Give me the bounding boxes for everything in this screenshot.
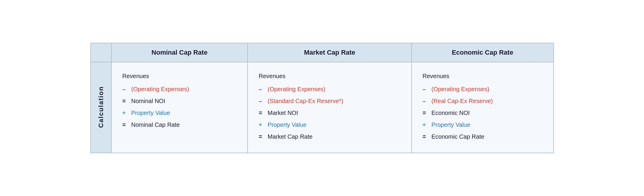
col2-op2: – <box>259 96 267 106</box>
col2-line3: = Market NOI <box>259 108 400 118</box>
col2-op5: = <box>259 132 267 141</box>
col1-text2: Nominal NOI <box>131 96 165 106</box>
market-cap-rate-cell: Revenues – (Operating Expenses) – (Stand… <box>248 62 411 153</box>
col1-text4: Nominal Cap Rate <box>131 120 180 129</box>
col2-op1: – <box>259 84 267 94</box>
col3-text1: (Operating Expenses) <box>432 84 489 94</box>
col2-op3: = <box>259 108 267 118</box>
col1-text1: (Operating Expenses) <box>131 84 189 94</box>
col1-op3: ÷ <box>122 108 131 118</box>
col1-revenues: Revenues <box>122 71 237 81</box>
col3-revenues: Revenues <box>423 71 543 81</box>
col1-line1: – (Operating Expenses) <box>122 84 237 94</box>
nominal-cap-rate-cell: Revenues – (Operating Expenses) = Nomina… <box>111 62 248 153</box>
col3-text5: Economic Cap Rate <box>432 132 484 141</box>
col3-line4: ÷ Property Value <box>423 120 543 129</box>
header-empty <box>91 43 111 62</box>
col1-line4: = Nominal Cap Rate <box>122 120 237 129</box>
col3-op2: – <box>423 96 432 106</box>
col3-text3: Economic NOI <box>432 108 470 118</box>
col2-line1: – (Operating Expenses) <box>259 84 400 94</box>
col1-op1: – <box>122 84 131 94</box>
col3-line5: = Economic Cap Rate <box>423 132 543 141</box>
col3-op5: = <box>423 132 432 141</box>
col3-line1: – (Operating Expenses) <box>423 84 543 94</box>
col3-text4: Property Value <box>432 120 470 129</box>
main-table-wrapper: Nominal Cap Rate Market Cap Rate Economi… <box>90 43 554 153</box>
col2-op4: ÷ <box>259 120 267 129</box>
header-market-cap-rate: Market Cap Rate <box>248 43 411 62</box>
row-label: Calculation <box>97 83 105 131</box>
col3-op1: – <box>423 84 432 94</box>
col3-op4: ÷ <box>423 120 432 129</box>
col2-text5: Market Cap Rate <box>267 132 312 141</box>
cap-rate-table: Nominal Cap Rate Market Cap Rate Economi… <box>90 43 554 153</box>
col2-line2: – (Standard Cap-Ex Reserve*) <box>259 96 400 106</box>
col2-text4: Property Value <box>267 120 306 129</box>
col1-line2: = Nominal NOI <box>122 96 237 106</box>
row-label-cell: Calculation <box>91 62 111 153</box>
col1-op2: = <box>122 96 131 106</box>
economic-cap-rate-cell: Revenues – (Operating Expenses) – (Real … <box>412 62 554 153</box>
header-nominal-cap-rate: Nominal Cap Rate <box>111 43 248 62</box>
col2-revenues: Revenues <box>259 71 400 81</box>
col2-line4: ÷ Property Value <box>259 120 400 129</box>
col1-text3: Property Value <box>131 108 170 118</box>
col2-text1: (Operating Expenses) <box>267 84 325 94</box>
col1-op4: = <box>122 120 131 129</box>
col2-text2: (Standard Cap-Ex Reserve*) <box>267 96 343 106</box>
col2-line5: = Market Cap Rate <box>259 132 400 141</box>
col2-text3: Market NOI <box>267 108 298 118</box>
col3-text2: (Real Cap-Ex Reserve) <box>432 96 493 106</box>
col3-line2: – (Real Cap-Ex Reserve) <box>423 96 543 106</box>
col3-line3: = Economic NOI <box>423 108 543 118</box>
col3-op3: = <box>423 108 432 118</box>
col1-line3: ÷ Property Value <box>122 108 237 118</box>
header-economic-cap-rate: Economic Cap Rate <box>412 43 554 62</box>
